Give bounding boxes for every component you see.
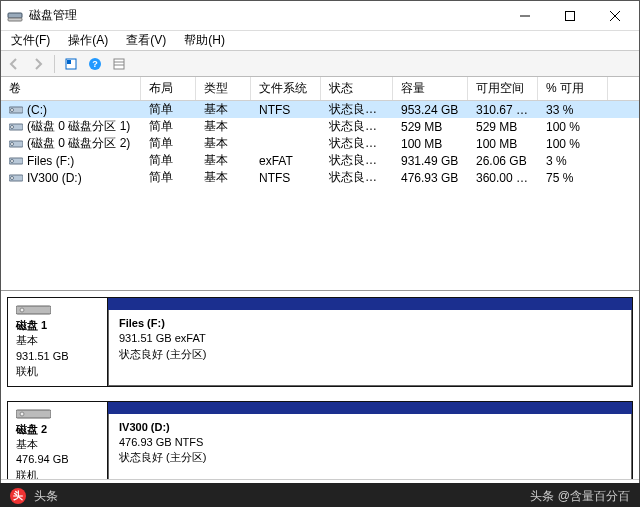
- volume-name: (C:): [27, 103, 47, 117]
- help-button[interactable]: ?: [84, 53, 106, 75]
- volume-fs: exFAT: [251, 154, 321, 168]
- volume-icon: [9, 172, 23, 184]
- disk-info: 磁盘 1基本931.51 GB联机: [8, 298, 108, 386]
- toolbar-separator: [54, 55, 55, 73]
- volume-layout: 简单: [141, 118, 196, 135]
- svg-rect-7: [67, 60, 71, 64]
- volume-name: (磁盘 0 磁盘分区 1): [27, 119, 130, 133]
- menu-action[interactable]: 操作(A): [60, 30, 116, 51]
- refresh-button[interactable]: [60, 53, 82, 75]
- disk-block[interactable]: 磁盘 2基本476.94 GB联机IV300 (D:)476.93 GB NTF…: [7, 401, 633, 479]
- disk-partition[interactable]: Files (F:)931.51 GB exFAT状态良好 (主分区): [108, 298, 632, 386]
- volume-layout: 简单: [141, 101, 196, 118]
- partition-body: Files (F:)931.51 GB exFAT状态良好 (主分区): [108, 310, 632, 386]
- disk-graphical-pane[interactable]: 磁盘 1基本931.51 GB联机Files (F:)931.51 GB exF…: [1, 291, 639, 479]
- disk-label: 磁盘 2: [16, 423, 47, 435]
- disk-management-window: 磁盘管理 文件(F) 操作(A) 查看(V) 帮助(H) ?: [0, 0, 640, 500]
- col-type[interactable]: 类型: [196, 77, 251, 100]
- volume-status: 状态良好 (…: [321, 118, 393, 135]
- svg-point-24: [20, 308, 24, 312]
- disk-label: 磁盘 1: [16, 319, 47, 331]
- forward-button[interactable]: [27, 53, 49, 75]
- svg-point-18: [11, 142, 14, 145]
- svg-point-22: [11, 177, 14, 180]
- window-title: 磁盘管理: [29, 7, 502, 24]
- volume-layout: 简单: [141, 135, 196, 152]
- partition-body: IV300 (D:)476.93 GB NTFS状态良好 (主分区): [108, 414, 632, 479]
- volume-row[interactable]: (磁盘 0 磁盘分区 2)简单基本状态良好 (…100 MB100 MB100 …: [1, 135, 639, 152]
- minimize-button[interactable]: [502, 2, 547, 30]
- toutiao-icon: 头: [10, 488, 26, 504]
- volume-capacity: 529 MB: [393, 120, 468, 134]
- volume-status: 状态良好 (…: [321, 101, 393, 118]
- svg-point-14: [11, 109, 14, 112]
- menu-file[interactable]: 文件(F): [3, 30, 58, 51]
- svg-rect-10: [114, 59, 124, 69]
- col-layout[interactable]: 布局: [141, 77, 196, 100]
- volume-capacity: 953.24 GB: [393, 103, 468, 117]
- col-pct[interactable]: % 可用: [538, 77, 608, 100]
- volume-icon: [9, 104, 23, 116]
- volume-name: Files (F:): [27, 154, 74, 168]
- volume-layout: 简单: [141, 152, 196, 169]
- close-button[interactable]: [592, 2, 637, 30]
- disk-size: 476.94 GB: [16, 453, 69, 465]
- volume-row[interactable]: (磁盘 0 磁盘分区 1)简单基本状态良好 (…529 MB529 MB100 …: [1, 118, 639, 135]
- partition-line2: 476.93 GB NTFS: [119, 436, 203, 448]
- partition-line3: 状态良好 (主分区): [119, 348, 206, 360]
- col-capacity[interactable]: 容量: [393, 77, 468, 100]
- partition-title: IV300 (D:): [119, 421, 170, 433]
- watermark-left: 头条: [34, 488, 58, 505]
- volume-free: 26.06 GB: [468, 154, 538, 168]
- volume-type: 基本: [196, 118, 251, 135]
- volume-list-header: 卷 布局 类型 文件系统 状态 容量 可用空间 % 可用: [1, 77, 639, 101]
- volume-status: 状态良好 (…: [321, 169, 393, 186]
- app-icon: [7, 8, 23, 24]
- volume-list[interactable]: (C:)简单基本NTFS状态良好 (…953.24 GB310.67 …33 %…: [1, 101, 639, 291]
- partition-line2: 931.51 GB exFAT: [119, 332, 206, 344]
- volume-name: IV300 (D:): [27, 171, 82, 185]
- volume-free: 100 MB: [468, 137, 538, 151]
- volume-capacity: 931.49 GB: [393, 154, 468, 168]
- col-volume[interactable]: 卷: [1, 77, 141, 100]
- partition-stripe: [108, 298, 632, 310]
- volume-pct: 75 %: [538, 171, 608, 185]
- partition-title: Files (F:): [119, 317, 165, 329]
- svg-text:?: ?: [92, 59, 98, 69]
- volume-free: 529 MB: [468, 120, 538, 134]
- col-filesystem[interactable]: 文件系统: [251, 77, 321, 100]
- menu-help[interactable]: 帮助(H): [176, 30, 233, 51]
- disk-type: 基本: [16, 334, 38, 346]
- disk-partition[interactable]: IV300 (D:)476.93 GB NTFS状态良好 (主分区): [108, 402, 632, 479]
- svg-point-20: [11, 160, 14, 163]
- volume-row[interactable]: (C:)简单基本NTFS状态良好 (…953.24 GB310.67 …33 %: [1, 101, 639, 118]
- back-button[interactable]: [3, 53, 25, 75]
- volume-row[interactable]: IV300 (D:)简单基本NTFS状态良好 (…476.93 GB360.00…: [1, 169, 639, 186]
- volume-free: 310.67 …: [468, 103, 538, 117]
- volume-capacity: 476.93 GB: [393, 171, 468, 185]
- volume-fs: NTFS: [251, 171, 321, 185]
- volume-status: 状态良好 (…: [321, 135, 393, 152]
- disk-icon: [16, 408, 51, 420]
- settings-button[interactable]: [108, 53, 130, 75]
- volume-free: 360.00 …: [468, 171, 538, 185]
- menubar: 文件(F) 操作(A) 查看(V) 帮助(H): [1, 31, 639, 51]
- maximize-button[interactable]: [547, 2, 592, 30]
- volume-icon: [9, 155, 23, 167]
- menu-view[interactable]: 查看(V): [118, 30, 174, 51]
- volume-type: 基本: [196, 152, 251, 169]
- col-free[interactable]: 可用空间: [468, 77, 538, 100]
- volume-fs: NTFS: [251, 103, 321, 117]
- volume-icon: [9, 121, 23, 133]
- partition-line3: 状态良好 (主分区): [119, 451, 206, 463]
- disk-icon: [16, 304, 51, 316]
- col-status[interactable]: 状态: [321, 77, 393, 100]
- volume-row[interactable]: Files (F:)简单基本exFAT状态良好 (…931.49 GB26.06…: [1, 152, 639, 169]
- disk-type: 基本: [16, 438, 38, 450]
- disk-state: 联机: [16, 469, 38, 479]
- disk-block[interactable]: 磁盘 1基本931.51 GB联机Files (F:)931.51 GB exF…: [7, 297, 633, 387]
- disk-info: 磁盘 2基本476.94 GB联机: [8, 402, 108, 479]
- partition-stripe: [108, 402, 632, 414]
- disk-state: 联机: [16, 365, 38, 377]
- volume-name: (磁盘 0 磁盘分区 2): [27, 136, 130, 150]
